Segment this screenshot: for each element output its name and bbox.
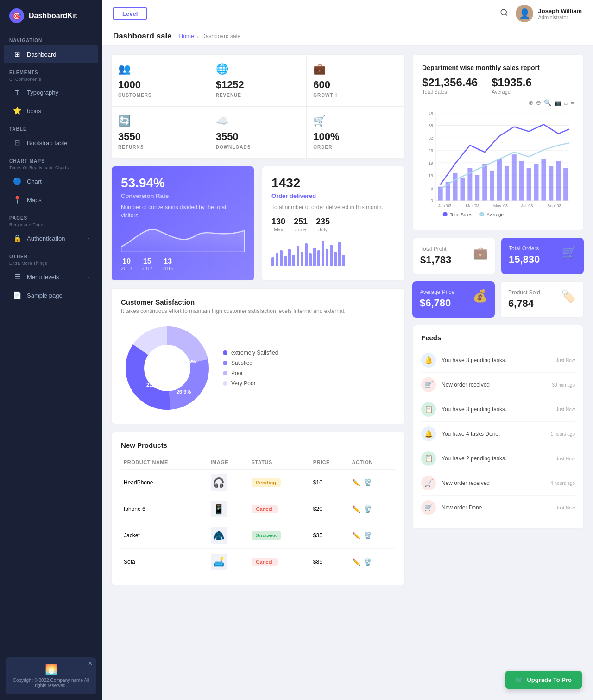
svg-rect-41 (541, 159, 546, 200)
conversion-chart (121, 220, 245, 252)
month-lbl-2: July (316, 227, 330, 232)
sidebar-copyright: ✕ 🌅 Copyright © 2022.Company name All ri… (6, 657, 96, 694)
page-title: Dashboard sale (113, 32, 172, 41)
feeds-card: Feeds 🔔 You have 3 pending tasks. Just N… (412, 325, 584, 529)
svg-rect-30 (460, 178, 465, 201)
content-left: 👥 1000 CUSTOMERS 🌐 $1252 REVENUE 💼 600 G… (111, 54, 405, 585)
svg-text:38: 38 (429, 123, 433, 128)
feed-text: You have 4 tasks Done. (442, 431, 545, 437)
feed-text: You have 3 pending tasks. (442, 406, 550, 413)
revenue-value: $1252 (216, 79, 300, 91)
order-label: ORDER (313, 145, 398, 150)
col-price: PRICE (310, 456, 349, 469)
feed-text: You have 2 pending tasks. (442, 455, 550, 462)
sales-totals: $21,356.46 Total Sales $1935.6 Average (422, 76, 574, 95)
sidebar-item-label: Chart (27, 178, 42, 185)
content-right: Department wise monthly sales report $21… (412, 54, 584, 585)
chart-menu[interactable]: ≡ (570, 99, 574, 106)
svg-text:Total Sales: Total Sales (450, 212, 473, 217)
table-row: Iphone 6 📱 Cancel $20 ✏️ 🗑️ (121, 496, 395, 522)
feed-text: You have 3 pending tasks. (442, 357, 550, 363)
chart-zoom-in[interactable]: ⊕ (528, 99, 533, 106)
elements-section-sub: UI Components (0, 77, 102, 83)
legend-item-1: Satisfied (223, 360, 278, 366)
product-image: 🎧 (208, 469, 249, 496)
copyright-close-btn[interactable]: ✕ (88, 660, 93, 667)
chart-zoom-out[interactable]: ⊖ (536, 99, 541, 106)
growth-icon: 💼 (313, 63, 398, 75)
pages-section-label: PAGES (0, 209, 102, 223)
feed-icon: 🛒 (421, 500, 436, 515)
sidebar-item-label: Dashboard (27, 51, 57, 58)
svg-text:35.5%: 35.5% (181, 359, 196, 364)
user-avatar: 👤 (516, 5, 533, 22)
feed-time: Just Now (556, 407, 575, 412)
delete-icon[interactable]: 🗑️ (364, 505, 372, 513)
stat-card-order: 🛒 100% ORDER (307, 107, 404, 158)
edit-icon[interactable]: ✏️ (352, 479, 360, 486)
stat-card-customers: 👥 1000 CUSTOMERS (112, 55, 209, 107)
delete-icon[interactable]: 🗑️ (364, 532, 372, 539)
pie-legend: extremely Satisfied Satisfied Poor (223, 350, 278, 387)
svg-text:Jan '03: Jan '03 (438, 204, 452, 208)
content-area: 👥 1000 CUSTOMERS 🌐 $1252 REVENUE 💼 600 G… (102, 46, 593, 593)
order-bar-chart (271, 238, 395, 266)
svg-text:32: 32 (429, 136, 433, 140)
logo-icon: 🎯 (9, 8, 24, 23)
edit-icon[interactable]: ✏️ (352, 558, 360, 566)
other-section-label: OTHER (0, 248, 102, 261)
feed-icon: 🛒 (421, 377, 436, 392)
breadcrumb-home[interactable]: Home (179, 33, 194, 39)
edit-icon[interactable]: ✏️ (352, 532, 360, 539)
conversion-desc: Number of conversions divided by the tot… (121, 203, 245, 220)
chart-camera[interactable]: 📷 (554, 99, 561, 106)
delete-icon[interactable]: 🗑️ (364, 479, 372, 486)
search-button[interactable] (500, 8, 508, 19)
legend-label-2: Poor (231, 370, 243, 376)
col-image: IMAGE (208, 456, 249, 469)
product-image: 📱 (208, 496, 249, 522)
breadcrumb-current: Dashboard sale (202, 33, 240, 39)
product-name: HeadPhone (121, 469, 208, 496)
svg-text:13: 13 (429, 173, 433, 178)
feed-text: New order Done (442, 504, 550, 511)
product-actions: ✏️ 🗑️ (349, 496, 395, 522)
year-lbl-2: 2016 (162, 266, 173, 271)
downloads-label: DOWNLOADS (216, 145, 300, 150)
feed-item: 🔔 You have 4 tasks Done. 1 hours ago (421, 422, 575, 446)
sidebar-item-sample-page[interactable]: 📄 Sample page (4, 286, 98, 304)
chart-section-sub: Tones Of Readymade Charts (0, 165, 102, 172)
sidebar-item-menu-levels[interactable]: ☰ Menu levels › (4, 268, 98, 286)
chart-magnify[interactable]: 🔍 (544, 99, 551, 106)
customers-value: 1000 (118, 79, 202, 91)
sidebar-item-bootstrap-table[interactable]: ⊟ Bootstrap table (4, 134, 98, 152)
svg-rect-35 (497, 159, 502, 200)
col-product-name: PRODUCT NAME (121, 456, 208, 469)
order-delivered-value: 1432 (271, 176, 395, 191)
sidebar-item-dashboard[interactable]: ⊞ Dashboard (4, 45, 98, 63)
sidebar-item-typography[interactable]: T Typography (4, 84, 98, 101)
upgrade-to-pro-button[interactable]: 🛒 Upgrade To Pro (505, 671, 582, 689)
sidebar-item-label: Icons (27, 108, 41, 115)
satisfaction-body: 16.1% 21.5% 26.9% 35.5% extremely Satisf… (121, 322, 395, 414)
month-lbl-0: May (271, 227, 285, 232)
stat-card-growth: 💼 600 GROWTH (307, 55, 404, 107)
chart-section-label: CHART MAPS (0, 152, 102, 165)
edit-icon[interactable]: ✏️ (352, 505, 360, 513)
chart-home[interactable]: ⌂ (564, 99, 568, 106)
conversion-years: 10 2018 15 2017 13 2016 (121, 257, 245, 271)
delete-icon[interactable]: 🗑️ (364, 558, 372, 566)
svg-text:26: 26 (429, 148, 433, 153)
sidebar-item-maps[interactable]: 📍 Maps (4, 191, 98, 209)
svg-rect-43 (556, 161, 561, 200)
average-price-val: $6,780 (420, 297, 454, 309)
product-status: Cancel (249, 549, 310, 575)
sidebar-logo: 🎯 DashboardKit (0, 0, 102, 32)
stat-card-returns: 🔄 3550 RETURNS (112, 107, 209, 158)
sidebar-item-chart[interactable]: 🔵 Chart (4, 172, 98, 190)
sidebar-item-icons[interactable]: ⭐ Icons (4, 102, 98, 120)
level-button[interactable]: Level (113, 7, 147, 20)
profit-icon: 💼 (473, 246, 488, 260)
app-name: DashboardKit (29, 12, 77, 20)
sidebar-item-authentication[interactable]: 🔒 Authentication › (4, 229, 98, 247)
